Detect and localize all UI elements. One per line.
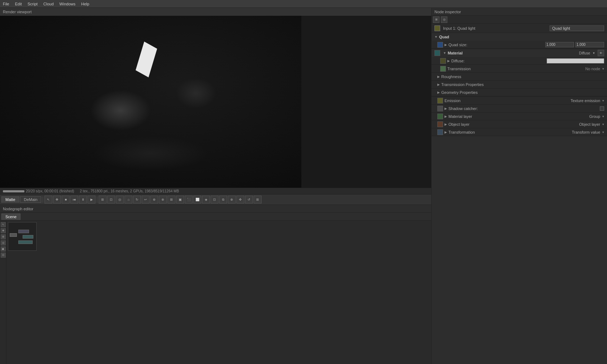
viewport-canvas[interactable] — [0, 16, 301, 188]
object-layer-icon — [437, 121, 443, 127]
nodegraph-tool-5[interactable]: ▣ — [1, 246, 6, 252]
toolbar-btn-play[interactable]: ▶ — [88, 196, 95, 203]
toolbar-btn-4[interactable]: ⌂ — [124, 196, 132, 203]
inspector-node-row: Input 1: Quad light — [432, 24, 607, 33]
status-left: 20/20 s/px, 00:00:01 (finished) — [26, 189, 74, 193]
toolbar-btn-1[interactable]: ⊞ — [99, 196, 107, 203]
viewport-title: Render viewport — [3, 10, 32, 14]
material-type-label: Diffuse — [579, 51, 590, 55]
prop-roughness[interactable]: ▶ Roughness — [432, 73, 607, 81]
nodegraph-tool-4[interactable]: ◎ — [1, 240, 6, 245]
inspector-node-name-input[interactable] — [550, 25, 604, 31]
shadow-catcher-triangle: ▶ — [444, 107, 447, 110]
toolbar-btn-cursor[interactable]: ↖ — [44, 196, 52, 203]
prop-geometry-properties[interactable]: ▶ Geometry Properties — [432, 88, 607, 96]
section-quad: ▼ Quad ▶ Quad size: — [432, 33, 607, 49]
toolbar-btn-9[interactable]: ⊞ — [168, 196, 175, 203]
insp-btn-1[interactable]: ⊞ — [433, 16, 439, 23]
transformation-value: Transform value — [572, 130, 600, 134]
menu-edit[interactable]: Edit — [15, 2, 22, 6]
shadow-catcher-checkbox[interactable] — [600, 106, 604, 111]
main-layout: Render viewport 20/20 s/px, 00:00:01 (fi… — [0, 8, 607, 364]
tab-matte[interactable]: Matte — [1, 196, 19, 203]
object-layer-triangle: ▶ — [444, 123, 447, 126]
nodegraph-tool-3[interactable]: ⊞ — [1, 234, 6, 239]
right-panel: Node inspector ⊞ ◎ Input 1: Quad light ▼… — [431, 8, 607, 364]
trans-props-triangle: ▶ — [437, 83, 440, 86]
inspector-toolbar-row: ⊞ ◎ — [432, 16, 607, 24]
menu-script[interactable]: Script — [28, 2, 38, 6]
nodegraph-body: ↖ ✥ ⊞ ◎ ▣ ⊡ — [0, 221, 431, 364]
nodegraph-tool-2[interactable]: ✥ — [1, 228, 6, 233]
toolbar-btn-6[interactable]: ↩ — [142, 196, 150, 203]
toolbar-btn-10[interactable]: ▣ — [176, 196, 184, 203]
toolbar-btn-19[interactable]: ⊞ — [254, 196, 262, 203]
quad-size-val1[interactable] — [545, 42, 574, 47]
section-material: ▼ Material Diffuse ▾ 👁 ▶ Diffuse: Transm… — [432, 49, 607, 97]
transmission-chevron: ▾ — [602, 67, 604, 71]
status-progress: 20/20 s/px, 00:00:01 (finished) — [3, 189, 74, 193]
menu-file[interactable]: File — [3, 2, 9, 6]
render-objects — [0, 16, 301, 188]
toolbar-btn-2[interactable]: ⊡ — [107, 196, 115, 203]
material-triangle: ▼ — [443, 51, 446, 55]
inspector-title: Node inspector — [434, 10, 461, 14]
status-right: 2 tex., 751800 pri., 16 meshes, 2 GPUs, … — [80, 189, 179, 193]
shadow-catcher-label: Shadow catcher: — [448, 106, 598, 111]
toolbar-btn-8[interactable]: ⊗ — [159, 196, 167, 203]
toolbar-btn-16[interactable]: ⊕ — [228, 196, 236, 203]
menu-windows[interactable]: Windows — [60, 2, 76, 6]
menu-help[interactable]: Help — [81, 2, 89, 6]
transmission-label: Transmission — [447, 67, 513, 71]
center-content: Render viewport 20/20 s/px, 00:00:01 (fi… — [0, 8, 431, 364]
tab-scene[interactable]: Scene — [1, 214, 20, 220]
quad-size-val2[interactable] — [575, 42, 604, 47]
transmission-icon — [440, 66, 446, 72]
tab-demain[interactable]: DeMain — [20, 196, 42, 203]
prop-transmission-properties[interactable]: ▶ Transmission Properties — [432, 81, 607, 88]
toolbar-btn-pause[interactable]: ⏸ — [79, 196, 87, 203]
toolbar-btn-rewind[interactable]: ⏮ — [70, 196, 78, 203]
diffuse-value-bar[interactable] — [547, 58, 604, 63]
toolbar-btn-7[interactable]: ⊕ — [150, 196, 158, 203]
quad-section-header[interactable]: ▼ Quad — [432, 33, 607, 41]
object-layer-value: Object layer — [579, 122, 600, 126]
nodegraph-tool-1[interactable]: ↖ — [1, 222, 6, 227]
geom-props-label: Geometry Properties — [441, 90, 604, 95]
diffuse-label: Diffuse: — [451, 59, 545, 63]
quad-size-label: Quad size: — [448, 43, 544, 47]
insp-btn-2[interactable]: ◎ — [441, 16, 447, 23]
toolbar-btn-stop[interactable]: ■ — [62, 196, 70, 203]
toolbar-btn-5[interactable]: ↻ — [133, 196, 141, 203]
toolbar-separator-1 — [43, 196, 43, 203]
quad-section-title: Quad — [439, 35, 449, 39]
toolbar-btn-18[interactable]: ↺ — [245, 196, 253, 203]
toolbar-btn-3[interactable]: ◎ — [116, 196, 124, 203]
toolbar-btn-12[interactable]: ⬜ — [193, 196, 201, 203]
geom-props-triangle: ▶ — [437, 91, 440, 94]
viewport-header: Render viewport — [0, 8, 431, 16]
material-type-chevron: ▾ — [593, 51, 595, 55]
material-layer-value: Group — [582, 114, 600, 119]
material-icon — [434, 50, 440, 56]
toolbar-btn-move[interactable]: ✥ — [53, 196, 61, 203]
diffuse-icon — [440, 58, 446, 64]
nodegraph-title: Nodegraph editor — [3, 207, 33, 211]
progress-bar — [3, 190, 24, 192]
inspector-node-icon — [434, 25, 440, 31]
toolbar-btn-14[interactable]: ⊡ — [211, 196, 218, 203]
material-section-header[interactable]: ▼ Material Diffuse ▾ 👁 — [432, 49, 607, 57]
prop-shadow-catcher: ▶ Shadow catcher: — [432, 105, 607, 112]
menu-cloud[interactable]: Cloud — [43, 2, 54, 6]
material-eye-btn[interactable]: 👁 — [598, 50, 604, 56]
emission-value: Texture emission — [570, 99, 600, 103]
toolbar-btn-11[interactable]: ⬛ — [185, 196, 193, 203]
toolbar-btn-15[interactable]: ⧉ — [219, 196, 227, 203]
toolbar-btn-13[interactable]: ◈ — [202, 196, 210, 203]
prop-transformation: ▶ Transformation Transform value ▾ — [432, 128, 607, 136]
toolbar-btn-17[interactable]: ✜ — [236, 196, 244, 203]
nodegraph-tool-6[interactable]: ⊡ — [1, 253, 6, 258]
nodegraph-canvas[interactable]: Quad light NukeGeometry_DoNotEdit — [6, 221, 431, 364]
diffuse-triangle: ▶ — [447, 59, 450, 63]
shadow-catcher-icon — [437, 106, 443, 111]
